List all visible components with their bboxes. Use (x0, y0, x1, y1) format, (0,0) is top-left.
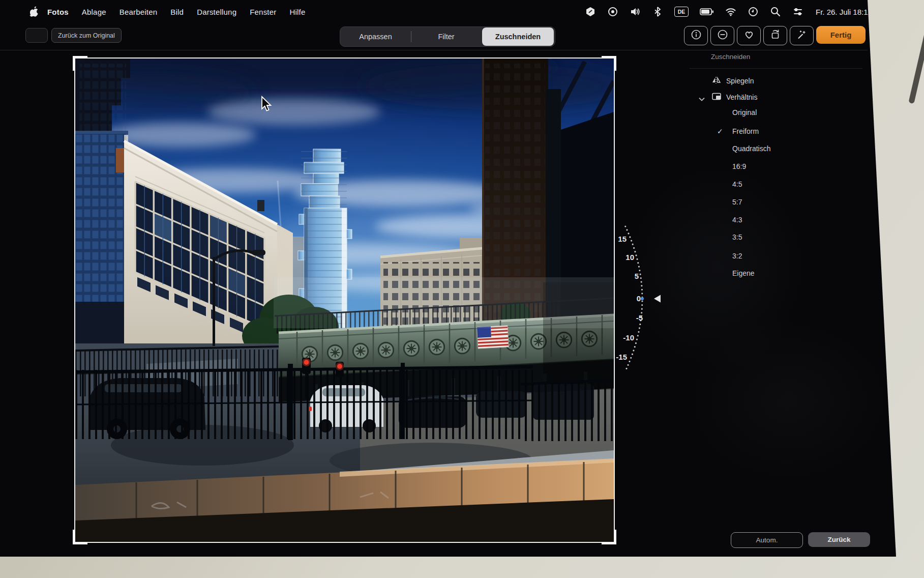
edit-toolbar: Zurück zum Original Anpassen Filter Zusc… (0, 23, 868, 50)
search-icon[interactable] (770, 6, 781, 17)
volume-icon[interactable] (630, 6, 641, 17)
dial-label: 5 (635, 272, 639, 280)
menu-item-bearbeiten[interactable]: Bearbeiten (120, 8, 158, 16)
dial-pointer (654, 295, 661, 303)
flip-row[interactable]: Spiegeln (712, 76, 754, 85)
ratio-option-quadratisch[interactable]: Quadratisch (732, 144, 770, 153)
ratio-option-5-7[interactable]: 5:7 (732, 198, 742, 206)
bluetooth-icon[interactable] (652, 6, 663, 17)
aux-small-button[interactable] (25, 28, 48, 43)
tab-filter[interactable]: Filter (411, 27, 482, 46)
ratio-option-4-3[interactable]: 4:3 (732, 216, 742, 224)
auto-button[interactable]: Autom. (731, 532, 803, 548)
crop-handle-top-right[interactable] (602, 56, 616, 71)
toolbar-separator (0, 50, 868, 50)
mouse-cursor (260, 96, 273, 112)
crop-handle-bottom-left[interactable] (73, 530, 87, 544)
rotation-dial[interactable]: 15 10 5 0 -5 -10 -15 (608, 216, 674, 379)
menu-item-bild[interactable]: Bild (170, 8, 184, 16)
auto-enhance-icon (796, 28, 808, 43)
sync-icon[interactable] (748, 6, 759, 17)
rotate-icon (769, 28, 782, 43)
ratio-option-4-5[interactable]: 4:5 (732, 180, 742, 188)
menu-bar-clock[interactable]: Fr. 26. Juli 18:12 (816, 8, 872, 16)
sidebar-title: Zuschneiden (711, 53, 750, 61)
crop-handle-bottom-right[interactable] (602, 530, 616, 544)
dial-label: -10 (623, 333, 634, 342)
menu-item-hilfe[interactable]: Hilfe (289, 8, 305, 16)
dial-zero-dot (641, 297, 644, 300)
battery-icon[interactable] (700, 6, 714, 17)
hide-icon (717, 28, 729, 43)
info-button[interactable] (684, 26, 708, 45)
chevron-down-icon[interactable] (699, 94, 705, 103)
flip-icon (712, 76, 721, 85)
macos-screen: Fotos Ablage Bearbeiten Bild Darstellung… (0, 0, 896, 557)
ratio-option-3-2[interactable]: 3:2 (732, 252, 742, 260)
dial-label: 10 (625, 253, 634, 262)
dial-label: 0 (637, 294, 641, 303)
ratio-option-original[interactable]: Original (732, 108, 757, 117)
cable (908, 0, 924, 104)
menu-item-fenster[interactable]: Fenster (250, 8, 276, 16)
ratio-option-eigene[interactable]: Eigene (732, 269, 755, 277)
favorite-icon (743, 28, 755, 43)
favorite-button[interactable] (737, 26, 761, 45)
ratio-row[interactable]: Verhältnis (712, 93, 757, 102)
keyboard-layout-badge[interactable]: DE (674, 7, 689, 17)
ratio-label: Verhältnis (726, 93, 757, 101)
crop-frame[interactable] (74, 57, 615, 543)
ratio-option-freiform[interactable]: Freiform (732, 127, 759, 135)
screen-record-icon[interactable] (607, 6, 618, 17)
done-button[interactable]: Fertig (816, 26, 866, 44)
auto-enhance-button[interactable] (790, 26, 814, 45)
reset-crop-button[interactable]: Zurück (808, 532, 870, 547)
ratio-option-3-5[interactable]: 3:5 (732, 233, 742, 241)
tab-zuschneiden[interactable]: Zuschneiden (482, 27, 554, 46)
rotate-button[interactable] (763, 26, 787, 45)
wifi-icon[interactable] (725, 6, 736, 17)
status-bar: DE Fr. 26. Juli 18:12 (585, 0, 872, 23)
menu-item-fotos[interactable]: Fotos (47, 8, 69, 16)
crop-handle-top-left[interactable] (73, 56, 87, 71)
dial-label: 15 (618, 235, 627, 243)
apple-menu-icon[interactable] (29, 7, 38, 17)
revert-to-original-button[interactable]: Zurück zum Original (51, 28, 122, 43)
aspect-ratio-icon (712, 93, 721, 102)
sidebar-separator (690, 68, 862, 69)
flip-label: Spiegeln (726, 77, 754, 85)
dial-label: -5 (636, 313, 643, 322)
menu-item-ablage[interactable]: Ablage (82, 8, 106, 16)
info-icon (690, 28, 702, 43)
hide-button[interactable] (710, 26, 734, 45)
tab-anpassen[interactable]: Anpassen (340, 27, 411, 46)
checkmark-icon: ✓ (717, 127, 723, 135)
app-badge-icon[interactable] (585, 6, 596, 17)
control-center-icon[interactable] (792, 6, 803, 17)
menu-item-darstellung[interactable]: Darstellung (197, 8, 236, 16)
ratio-option-16-9[interactable]: 16:9 (732, 162, 746, 170)
dial-label: -15 (616, 353, 627, 361)
edit-mode-segmented-control: Anpassen Filter Zuschneiden (340, 26, 555, 47)
